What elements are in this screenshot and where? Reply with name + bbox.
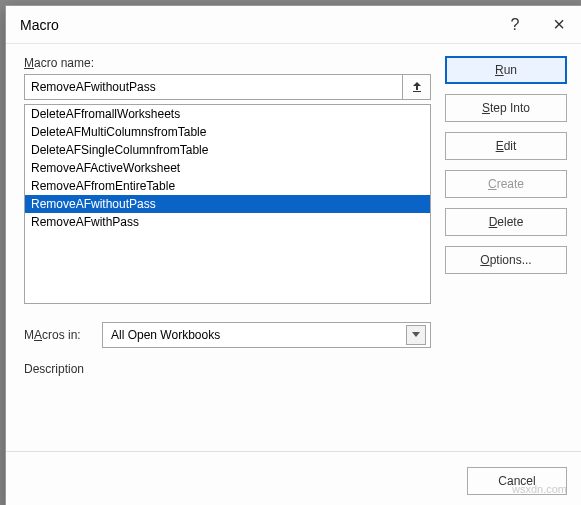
delete-button[interactable]: Delete (445, 208, 567, 236)
run-button[interactable]: Run (445, 56, 567, 84)
edit-button[interactable]: Edit (445, 132, 567, 160)
step-into-button[interactable]: Step Into (445, 94, 567, 122)
macros-in-combo[interactable]: All Open Workbooks (102, 322, 431, 348)
dialog-content: Macro name: DeleteAFfromallWorksheetsDel… (6, 44, 581, 451)
macros-in-label: MAcros in: (24, 328, 102, 342)
macro-dialog: Macro ? × Macro name: DeleteAFfromallWor… (5, 5, 581, 505)
create-button: Create (445, 170, 567, 198)
close-button[interactable]: × (537, 10, 581, 40)
macro-listbox[interactable]: DeleteAFfromallWorksheetsDeleteAFMultiCo… (24, 104, 431, 304)
watermark: wsxdn.com (512, 483, 567, 495)
list-item[interactable]: RemoveAFfromEntireTable (25, 177, 430, 195)
list-item[interactable]: RemoveAFwithPass (25, 213, 430, 231)
up-arrow-icon (411, 81, 423, 93)
dialog-footer: Cancel (6, 451, 581, 505)
help-icon: ? (511, 16, 520, 34)
left-panel: Macro name: DeleteAFfromallWorksheetsDel… (24, 56, 431, 437)
macro-name-input[interactable] (24, 74, 403, 100)
description-label: Description (24, 362, 431, 376)
titlebar: Macro ? × (6, 6, 581, 44)
dialog-title: Macro (20, 17, 493, 33)
list-item[interactable]: DeleteAFfromallWorksheets (25, 105, 430, 123)
goto-macro-button[interactable] (403, 74, 431, 100)
chevron-down-icon (412, 332, 420, 338)
close-icon: × (553, 13, 565, 36)
combo-dropdown-button[interactable] (406, 325, 426, 345)
macros-in-value: All Open Workbooks (111, 328, 406, 342)
help-button[interactable]: ? (493, 10, 537, 40)
macro-name-row (24, 74, 431, 100)
list-item[interactable]: DeleteAFSingleColumnfromTable (25, 141, 430, 159)
options-button[interactable]: Options... (445, 246, 567, 274)
list-item[interactable]: DeleteAFMultiColumnsfromTable (25, 123, 430, 141)
button-column: Run Step Into Edit Create Delete Options… (445, 56, 567, 437)
list-item[interactable]: RemoveAFwithoutPass (25, 195, 430, 213)
list-item[interactable]: RemoveAFActiveWorksheet (25, 159, 430, 177)
macros-in-row: MAcros in: All Open Workbooks (24, 322, 431, 348)
macro-name-label: Macro name: (24, 56, 431, 70)
